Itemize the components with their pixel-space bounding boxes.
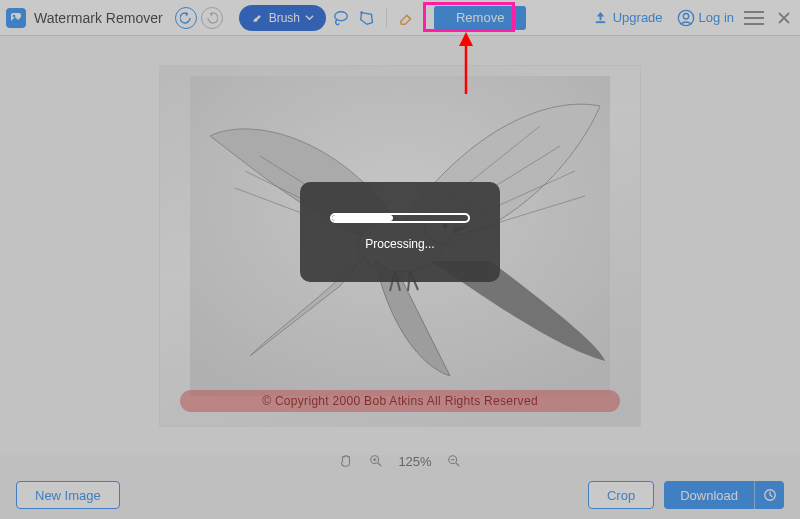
remove-button[interactable]: Remove [434, 6, 526, 30]
remove-label: Remove [456, 10, 504, 25]
progress-bar [330, 213, 470, 223]
watermark-selection[interactable]: © Copyright 2000 Bob Atkins All Rights R… [180, 390, 620, 412]
polygon-tool-button[interactable] [356, 7, 378, 29]
user-icon [677, 9, 695, 27]
processing-label: Processing... [365, 237, 434, 251]
chevron-down-icon [305, 13, 314, 22]
clock-icon [763, 488, 777, 502]
svg-point-5 [678, 10, 693, 25]
svg-point-1 [13, 14, 16, 17]
svg-point-6 [683, 13, 688, 18]
new-image-button[interactable]: New Image [16, 481, 120, 509]
login-button[interactable]: Log in [677, 9, 734, 27]
redo-button[interactable] [201, 7, 223, 29]
login-label: Log in [699, 10, 734, 25]
undo-button[interactable] [175, 7, 197, 29]
svg-line-12 [378, 463, 382, 467]
svg-rect-4 [596, 21, 605, 23]
watermark-text: © Copyright 2000 Bob Atkins All Rights R… [262, 394, 538, 408]
eraser-tool-button[interactable] [395, 7, 417, 29]
pan-hand-button[interactable] [338, 453, 354, 469]
toolbar-divider [386, 8, 387, 28]
toolbar-divider [425, 8, 426, 28]
upgrade-label: Upgrade [613, 10, 663, 25]
download-options-button[interactable] [754, 481, 784, 509]
app-title: Watermark Remover [34, 10, 163, 26]
brush-icon [251, 11, 264, 24]
crop-label: Crop [607, 488, 635, 503]
app-logo-icon [6, 8, 26, 28]
brush-label: Brush [269, 11, 300, 25]
close-button[interactable] [774, 8, 794, 28]
toolbar: Watermark Remover Brush Remove Upgrade L… [0, 0, 800, 36]
processing-overlay: Processing... [300, 182, 500, 282]
zoom-in-button[interactable] [368, 453, 384, 469]
progress-bar-fill [332, 215, 393, 221]
zoom-controls: 125% [0, 449, 800, 473]
crop-button[interactable]: Crop [588, 481, 654, 509]
menu-button[interactable] [744, 11, 764, 25]
download-label: Download [680, 488, 738, 503]
download-button[interactable]: Download [664, 481, 754, 509]
footer-bar: New Image Crop Download [0, 477, 800, 513]
svg-point-3 [360, 11, 363, 14]
svg-line-16 [455, 463, 459, 467]
upgrade-button[interactable]: Upgrade [593, 10, 663, 25]
brush-tool-button[interactable]: Brush [239, 5, 326, 31]
zoom-out-button[interactable] [446, 453, 462, 469]
lasso-tool-button[interactable] [330, 7, 352, 29]
new-image-label: New Image [35, 488, 101, 503]
zoom-level: 125% [398, 454, 431, 469]
svg-point-2 [335, 11, 348, 20]
upload-icon [593, 10, 608, 25]
